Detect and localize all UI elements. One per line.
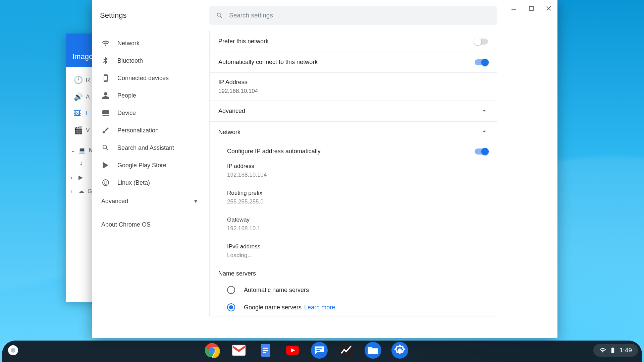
status-tray[interactable]: 1:49 <box>593 344 638 357</box>
drive-icon: ☁ <box>78 188 84 195</box>
wifi-icon <box>101 39 110 47</box>
sidebar-item-linux[interactable]: Linux (Beta) <box>92 174 209 191</box>
linux-icon <box>101 179 110 187</box>
sidebar-item-personalization[interactable]: Personalization <box>92 122 209 139</box>
svg-point-4 <box>103 180 109 186</box>
sidebar-item-label: People <box>117 92 136 99</box>
svg-rect-15 <box>263 350 268 351</box>
search-field[interactable] <box>209 6 497 25</box>
maximize-button[interactable] <box>523 0 540 17</box>
settings-sidebar: Network Bluetooth Connected devices Peop… <box>92 31 209 338</box>
toggle-auto-connect[interactable] <box>475 59 488 65</box>
kv-prefix: Routing prefix255.255.255.0 <box>210 187 497 208</box>
svg-rect-18 <box>316 348 322 349</box>
settings-window: Settings Network Bluetooth Connected dev… <box>92 0 557 338</box>
kv-ipv6: IPv6 addressLoading… <box>210 241 497 261</box>
name-servers-heading: Name servers <box>210 261 497 281</box>
svg-rect-19 <box>316 350 320 351</box>
radio-auto-nameservers[interactable]: Automatic name servers <box>210 281 497 299</box>
files-item-label: I <box>86 110 88 117</box>
sidebar-item-label: Search and Assistant <box>117 144 174 152</box>
sidebar-item-connected[interactable]: Connected devices <box>92 69 209 87</box>
files-item-label: V <box>86 127 90 134</box>
toggle-prefer-network[interactable] <box>475 39 488 45</box>
settings-header: Settings <box>92 0 557 31</box>
svg-point-5 <box>104 182 105 183</box>
brush-icon <box>101 126 110 134</box>
app-stocks[interactable] <box>338 342 355 359</box>
recent-icon: 🕘 <box>74 76 81 84</box>
search-input[interactable] <box>229 12 490 19</box>
minimize-button[interactable] <box>505 0 523 17</box>
video-icon: 🎬 <box>74 126 81 135</box>
app-chrome[interactable] <box>204 342 220 359</box>
sidebar-item-label: Connected devices <box>117 75 169 82</box>
radio-google-nameservers[interactable]: Google name serversLearn more <box>210 299 497 316</box>
phone-icon <box>101 74 110 82</box>
network-subsection: Configure IP address automatically IP ad… <box>210 142 497 316</box>
launcher-button[interactable] <box>8 345 18 355</box>
radio-icon <box>227 286 235 294</box>
sidebar-item-label: Network <box>117 40 140 47</box>
settings-content: Prefer this network Automatically connec… <box>209 31 557 338</box>
app-messages[interactable] <box>311 342 328 359</box>
learn-more-link[interactable]: Learn more <box>304 304 335 311</box>
close-button[interactable] <box>540 0 557 17</box>
play-icon: ▶ <box>78 174 83 181</box>
app-settings[interactable] <box>391 342 408 359</box>
search-icon <box>216 12 223 19</box>
battery-icon <box>609 347 616 354</box>
svg-rect-14 <box>263 348 268 349</box>
radio-icon <box>227 303 235 311</box>
sidebar-item-network[interactable]: Network <box>92 35 209 52</box>
row-network-expander[interactable]: Network <box>210 122 497 142</box>
app-docs[interactable] <box>257 342 274 359</box>
bluetooth-icon <box>101 57 110 65</box>
sidebar-item-play[interactable]: Google Play Store <box>92 157 209 174</box>
audio-icon: 🔊 <box>74 93 81 101</box>
sidebar-item-label: Bluetooth <box>117 57 143 64</box>
svg-rect-1 <box>529 6 533 10</box>
app-youtube[interactable] <box>284 342 301 359</box>
image-icon: 🖼 <box>74 109 81 118</box>
sidebar-item-label: Personalization <box>117 127 159 134</box>
chevron-down-icon: ⌄ <box>70 146 75 154</box>
play-icon <box>101 161 110 169</box>
wifi-icon <box>599 347 606 354</box>
row-prefer-network[interactable]: Prefer this network <box>210 31 497 52</box>
app-gmail[interactable] <box>230 342 247 359</box>
sidebar-item-label: Device <box>117 110 136 117</box>
laptop-icon <box>101 109 110 117</box>
divider <box>100 213 201 213</box>
row-configure-ip-auto[interactable]: Configure IP address automatically <box>210 142 497 160</box>
svg-point-6 <box>106 182 107 183</box>
kv-gateway: Gateway192.168.10.1 <box>210 214 497 235</box>
clock: 1:49 <box>620 347 632 354</box>
toggle-configure-ip-auto[interactable] <box>475 148 488 155</box>
sidebar-item-bluetooth[interactable]: Bluetooth <box>92 52 209 69</box>
chevron-right-icon: › <box>70 188 75 195</box>
shelf-apps <box>204 342 408 359</box>
sidebar-item-label: Linux (Beta) <box>117 179 150 186</box>
sidebar-advanced[interactable]: Advanced▾ <box>92 191 209 211</box>
row-ip-address: IP Address 192.168.10.104 <box>210 73 497 101</box>
chevron-down-icon <box>481 107 488 116</box>
row-advanced-expander[interactable]: Advanced <box>210 101 497 122</box>
download-icon: ⭳ <box>78 161 84 167</box>
sidebar-item-people[interactable]: People <box>92 87 209 104</box>
laptop-icon: 💻 <box>78 147 86 154</box>
shelf: 1:49 <box>0 339 644 362</box>
sidebar-item-search[interactable]: Search and Assistant <box>92 139 209 157</box>
sidebar-about[interactable]: About Chrome OS <box>92 215 209 234</box>
svg-rect-16 <box>263 352 266 353</box>
page-title: Settings <box>100 11 209 20</box>
person-icon <box>101 92 110 100</box>
files-item-label: A <box>86 94 90 100</box>
app-files[interactable] <box>365 342 381 359</box>
kv-ip: IP address192.168.10.104 <box>210 160 497 181</box>
chevron-up-icon <box>481 128 488 136</box>
sidebar-item-device[interactable]: Device <box>92 104 209 122</box>
row-auto-connect[interactable]: Automatically connect to this network <box>210 52 497 73</box>
chevron-right-icon: › <box>70 174 75 181</box>
window-controls <box>505 0 557 17</box>
